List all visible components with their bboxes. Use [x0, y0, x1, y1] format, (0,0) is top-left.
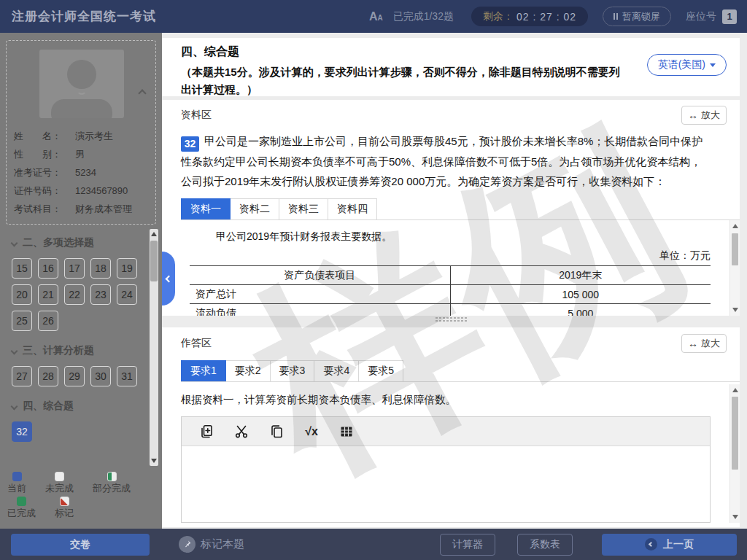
- formula-icon[interactable]: √x: [303, 423, 320, 440]
- field-value: 5234: [75, 163, 150, 182]
- calculator-button[interactable]: 计算器: [440, 534, 495, 556]
- question-button-19[interactable]: 19: [117, 258, 137, 279]
- avatar: [39, 50, 124, 118]
- legend-label: 部分完成: [93, 483, 131, 494]
- question-button-32-current[interactable]: 32: [12, 421, 32, 442]
- question-button-29[interactable]: 29: [64, 366, 85, 386]
- scroll-up-arrow-icon[interactable]: [732, 388, 738, 392]
- field-label: 准考证号：: [14, 163, 75, 182]
- legend-label: 未完成: [45, 483, 74, 494]
- question-button-26[interactable]: 26: [38, 311, 58, 331]
- question-button-20[interactable]: 20: [12, 284, 32, 305]
- answer-panel: 作答区 ↔ 放大 要求1 要求2 要求3 要求4 要求5 根据资料一，计算筹资前…: [162, 327, 740, 527]
- font-size-icon[interactable]: AA: [369, 11, 383, 23]
- tab-material-3[interactable]: 资料三: [279, 198, 328, 219]
- table-icon[interactable]: [338, 423, 355, 440]
- answer-zone-title: 作答区: [181, 337, 212, 350]
- language-select-button[interactable]: 英语(美国): [647, 54, 727, 76]
- scrollbar-thumb[interactable]: [732, 397, 738, 470]
- tab-requirement-2[interactable]: 要求2: [226, 360, 271, 381]
- tab-material-1[interactable]: 资料一: [181, 198, 231, 219]
- nav-section-title[interactable]: 二、多项选择题: [12, 236, 143, 249]
- answer-zoom-button[interactable]: ↔ 放大: [681, 334, 727, 353]
- question-button-17[interactable]: 17: [64, 258, 85, 279]
- materials-panel: 资料区 ↔ 放大 32甲公司是一家制造业上市公司，目前公司股票每股45元，预计股…: [162, 100, 740, 316]
- question-button-24[interactable]: 24: [117, 284, 137, 305]
- scrollbar-thumb[interactable]: [150, 241, 158, 281]
- collapse-card-chevron-icon[interactable]: [139, 86, 145, 99]
- cut-icon[interactable]: [233, 423, 250, 440]
- body-region: 姓 名： 演示考生 性 别： 男 准考证号： 5234 证件号码： 123456…: [0, 33, 747, 529]
- question-button-16[interactable]: 16: [38, 258, 58, 279]
- question-header-panel: 四、综合题 （本题共15分。涉及计算的，要求列出计算步骤，否则不得分，除非题目特…: [162, 38, 740, 96]
- nav-section-title[interactable]: 三、计算分析题: [12, 344, 143, 357]
- answer-scrollbar[interactable]: [729, 384, 740, 523]
- table-cell-label: 流动负债: [190, 304, 450, 316]
- seat-info: 座位号 1: [686, 9, 737, 24]
- question-button-23[interactable]: 23: [90, 284, 111, 305]
- chevron-down-icon: [11, 402, 18, 410]
- question-button-18[interactable]: 18: [90, 258, 111, 279]
- field-value: 男: [75, 145, 150, 163]
- field-label: 考试科目：: [14, 200, 75, 218]
- copy-icon[interactable]: [268, 423, 285, 440]
- status-legend: 当前 未完成 部分完成 已完成: [0, 470, 162, 529]
- avatar-body-icon: [51, 99, 112, 118]
- scroll-up-arrow-icon[interactable]: [151, 232, 157, 236]
- submit-paper-button[interactable]: 交卷: [11, 534, 150, 556]
- resize-arrows-icon: ↔: [688, 109, 698, 121]
- tab-requirement-4[interactable]: 要求4: [314, 360, 359, 381]
- scroll-up-arrow-icon[interactable]: [732, 224, 738, 228]
- sidebar-collapse-handle[interactable]: [162, 252, 175, 306]
- materials-zoom-button[interactable]: ↔ 放大: [681, 106, 727, 125]
- chevron-left-icon: [165, 275, 172, 282]
- table-cell-label: 资产总计: [190, 285, 450, 304]
- candidate-name-row: 姓 名： 演示考生: [14, 127, 150, 145]
- question-button-28[interactable]: 28: [38, 366, 58, 386]
- candidate-card: 姓 名： 演示考生 性 别： 男 准考证号： 5234 证件号码： 123456…: [6, 40, 156, 225]
- legend-partial: 部分完成: [93, 472, 131, 494]
- question-button-27[interactable]: 27: [12, 366, 32, 386]
- paste-icon[interactable]: [198, 423, 215, 440]
- question-button-22[interactable]: 22: [64, 284, 85, 305]
- avatar-head-icon: [67, 60, 96, 89]
- tab-requirement-5[interactable]: 要求5: [359, 360, 403, 381]
- question-button-30[interactable]: 30: [90, 366, 111, 386]
- question-button-31[interactable]: 31: [117, 366, 137, 386]
- tab-requirement-1[interactable]: 要求1: [181, 360, 226, 381]
- seat-label: 座位号: [686, 10, 716, 23]
- main-content: 样例 四、综合题 （本题共15分。涉及计算的，要求列出计算步骤，否则不得分，除非…: [162, 33, 747, 529]
- panel-splitter[interactable]: [162, 316, 740, 327]
- question-button-25[interactable]: 25: [12, 311, 32, 331]
- table-cell-value: 105 000: [450, 285, 711, 304]
- table-row: 资产总计 105 000: [190, 285, 711, 304]
- nav-section-title[interactable]: 四、综合题: [12, 400, 143, 413]
- question-button-15[interactable]: 15: [12, 258, 32, 279]
- tab-requirement-3[interactable]: 要求3: [271, 360, 315, 381]
- nav-section-comprehensive: 四、综合题 32: [12, 400, 143, 442]
- legend-incomplete-swatch: [55, 472, 64, 481]
- language-label: 英语(美国): [658, 58, 705, 71]
- mark-question-button[interactable]: 标记本题: [179, 536, 244, 553]
- answer-input-area[interactable]: [182, 446, 710, 522]
- topbar: 注册会计师全国统一考试 AA 已完成1/32题 剩余： 02 : 27 : 02…: [0, 0, 747, 33]
- coefficient-table-button[interactable]: 系数表: [517, 534, 573, 556]
- previous-page-button[interactable]: 上一页: [602, 534, 737, 556]
- question-button-21[interactable]: 21: [38, 284, 58, 305]
- tab-material-4[interactable]: 资料四: [328, 198, 377, 219]
- scroll-down-arrow-icon[interactable]: [151, 459, 157, 463]
- table-header-item: 资产负债表项目: [190, 266, 450, 285]
- tab-material-2[interactable]: 资料二: [231, 198, 279, 219]
- question-stem-text: 甲公司是一家制造业上市公司，目前公司股票每股45元，预计股价未来增长率8%；长期…: [181, 135, 703, 187]
- materials-scrollbar[interactable]: [729, 220, 740, 316]
- pause-lock-button[interactable]: 暂离锁屏: [603, 7, 671, 26]
- legend-complete: 已完成: [7, 497, 36, 518]
- question-number-grid: 15 16 17 18 19 20 21 22 23 24 25 26: [12, 258, 143, 331]
- sidebar-scrollbar[interactable]: [150, 229, 158, 466]
- scrollbar-thumb[interactable]: [732, 233, 738, 265]
- scroll-down-arrow-icon[interactable]: [732, 515, 738, 519]
- question-number-grid: 32: [12, 421, 143, 442]
- splitter-drag-handle-icon[interactable]: [435, 316, 467, 322]
- scroll-down-arrow-icon[interactable]: [732, 308, 738, 312]
- table-row: 流动负债 5 000: [190, 304, 711, 316]
